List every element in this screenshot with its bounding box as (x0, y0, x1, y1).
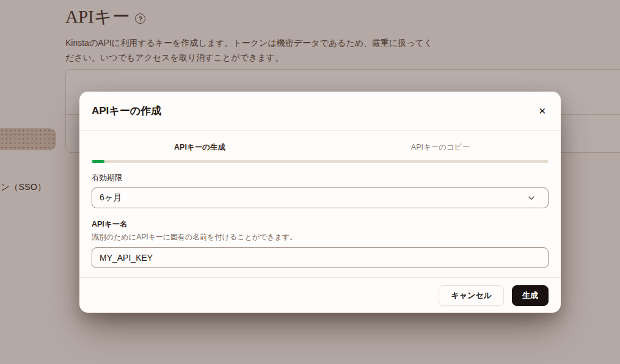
modal-title: APIキーの作成 (92, 104, 161, 118)
generate-button[interactable]: 生成 (512, 285, 549, 306)
step-copy-api-key: APIキーのコピー (320, 136, 561, 153)
expiry-select-value: 6ヶ月 (100, 192, 122, 203)
screen: APIキー ? KinstaのAPIに利用するキーを作成します。トークンは機密デ… (0, 0, 620, 364)
api-key-name-helper: 識別のためにAPIキーに固有の名前を付けることができます。 (92, 232, 549, 242)
modal-header: APIキーの作成 ✕ (79, 92, 561, 131)
api-key-name-label: APIキー名 (92, 219, 549, 230)
modal-body: 有効期限 6ヶ月 APIキー名 識別のためにAPIキーに固有の名前を付けることが… (79, 163, 561, 268)
modal-footer: キャンセル 生成 (79, 277, 561, 313)
api-key-name-input[interactable] (92, 247, 549, 268)
step-generate-api-key: APIキーの生成 (79, 136, 320, 153)
expiry-label: 有効期限 (92, 173, 549, 183)
close-icon[interactable]: ✕ (536, 104, 549, 118)
create-api-key-modal: APIキーの作成 ✕ APIキーの生成 APIキーのコピー 有効期限 6ヶ月 A… (79, 92, 561, 313)
cancel-button[interactable]: キャンセル (439, 285, 504, 306)
expiry-select[interactable]: 6ヶ月 (92, 187, 549, 208)
chevron-down-icon (527, 194, 536, 202)
stepper: APIキーの生成 APIキーのコピー (79, 131, 561, 158)
